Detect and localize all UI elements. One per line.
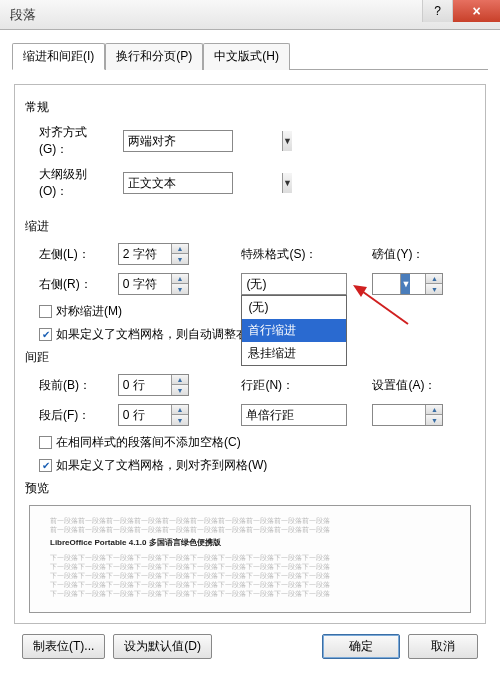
preview-filler: 下一段落下一段落下一段落下一段落下一段落下一段落下一段落下一段落下一段落下一段落	[50, 571, 450, 580]
indent-left-value[interactable]	[119, 244, 171, 264]
chevron-down-icon[interactable]: ▼	[400, 274, 410, 294]
outline-select[interactable]: ▼	[123, 172, 233, 194]
special-value[interactable]	[242, 274, 400, 294]
at-spinner[interactable]: ▲▼	[372, 404, 443, 426]
before-spinner[interactable]: ▲▼	[118, 374, 189, 396]
mirror-indent-checkbox[interactable]	[39, 305, 52, 318]
alignment-label: 对齐方式(G)：	[25, 124, 115, 158]
window-title: 段落	[10, 6, 36, 24]
after-spinner[interactable]: ▲▼	[118, 404, 189, 426]
dd-option-firstline[interactable]: 首行缩进	[242, 319, 346, 342]
indent-right-spinner[interactable]: ▲▼	[118, 273, 189, 295]
indent-left-label: 左侧(L)：	[25, 246, 110, 263]
tab-bar: 缩进和间距(I) 换行和分页(P) 中文版式(H)	[12, 42, 488, 70]
section-general-title: 常规	[25, 99, 475, 116]
tab-indent-spacing[interactable]: 缩进和间距(I)	[12, 43, 105, 70]
chevron-down-icon[interactable]: ▼	[282, 131, 292, 151]
spin-down-icon[interactable]: ▼	[172, 254, 188, 264]
no-same-space-checkbox[interactable]	[39, 436, 52, 449]
chevron-down-icon[interactable]: ▼	[282, 173, 292, 193]
after-value[interactable]	[119, 405, 171, 425]
dialog-buttons: 制表位(T)... 设为默认值(D) 确定 取消	[12, 630, 488, 663]
preview-filler: 前一段落前一段落前一段落前一段落前一段落前一段落前一段落前一段落前一段落前一段落	[50, 516, 450, 525]
special-select[interactable]: ▼	[241, 273, 347, 295]
preview-filler: 下一段落下一段落下一段落下一段落下一段落下一段落下一段落下一段落下一段落下一段落	[50, 553, 450, 562]
alignment-value[interactable]	[124, 131, 282, 151]
dd-option-hanging[interactable]: 悬挂缩进	[242, 342, 346, 365]
close-button[interactable]: ×	[452, 0, 500, 22]
by-label: 磅值(Y)：	[372, 246, 475, 263]
preview-filler: 下一段落下一段落下一段落下一段落下一段落下一段落下一段落下一段落下一段落下一段落	[50, 580, 450, 589]
preview-filler: 前一段落前一段落前一段落前一段落前一段落前一段落前一段落前一段落前一段落前一段落	[50, 525, 450, 534]
no-same-space-label: 在相同样式的段落间不添加空格(C)	[56, 434, 241, 451]
spin-down-icon[interactable]: ▼	[172, 415, 188, 425]
before-label: 段前(B)：	[25, 377, 110, 394]
indent-left-spinner[interactable]: ▲▼	[118, 243, 189, 265]
titlebar: 段落 ? ×	[0, 0, 500, 30]
preview-filler: 下一段落下一段落下一段落下一段落下一段落下一段落下一段落下一段落下一段落下一段落	[50, 589, 450, 598]
alignment-select[interactable]: ▼	[123, 130, 233, 152]
tab-chinese[interactable]: 中文版式(H)	[203, 43, 290, 70]
indent-grid-checkbox[interactable]: ✔	[39, 328, 52, 341]
after-label: 段后(F)：	[25, 407, 110, 424]
tab-line-page[interactable]: 换行和分页(P)	[105, 43, 203, 70]
spacing-grid-checkbox[interactable]: ✔	[39, 459, 52, 472]
mirror-indent-label: 对称缩进(M)	[56, 303, 122, 320]
outline-value[interactable]	[124, 173, 282, 193]
section-indent-title: 缩进	[25, 218, 475, 235]
spin-down-icon[interactable]: ▼	[426, 284, 442, 294]
preview-main-line: LibreOffice Portable 4.1.0 多国语言绿色便携版	[50, 538, 450, 548]
spin-up-icon[interactable]: ▲	[172, 244, 188, 254]
spacing-grid-label: 如果定义了文档网格，则对齐到网格(W)	[56, 457, 267, 474]
cancel-button[interactable]: 取消	[408, 634, 478, 659]
content-frame: 常规 对齐方式(G)： ▼ 大纲级别(O)： ▼ 缩进 左侧(L)： ▲▼ 特殊…	[14, 84, 486, 624]
help-button[interactable]: ?	[422, 0, 452, 22]
spin-up-icon[interactable]: ▲	[172, 375, 188, 385]
at-label: 设置值(A)：	[372, 377, 475, 394]
section-preview-title: 预览	[25, 480, 475, 497]
spin-down-icon[interactable]: ▼	[172, 284, 188, 294]
indent-right-label: 右侧(R)：	[25, 276, 110, 293]
dialog-body: 缩进和间距(I) 换行和分页(P) 中文版式(H) 常规 对齐方式(G)： ▼ …	[0, 30, 500, 673]
default-button[interactable]: 设为默认值(D)	[113, 634, 212, 659]
spin-up-icon[interactable]: ▲	[172, 274, 188, 284]
line-spacing-select[interactable]: ▼	[241, 404, 347, 426]
spin-up-icon[interactable]: ▲	[172, 405, 188, 415]
spin-up-icon[interactable]: ▲	[426, 274, 442, 284]
line-spacing-label: 行距(N)：	[241, 377, 364, 394]
spin-up-icon[interactable]: ▲	[426, 405, 442, 415]
preview-box: 前一段落前一段落前一段落前一段落前一段落前一段落前一段落前一段落前一段落前一段落…	[29, 505, 471, 613]
at-value[interactable]	[373, 405, 425, 425]
spin-down-icon[interactable]: ▼	[172, 385, 188, 395]
before-value[interactable]	[119, 375, 171, 395]
spin-down-icon[interactable]: ▼	[426, 415, 442, 425]
outline-label: 大纲级别(O)：	[25, 166, 115, 200]
titlebar-buttons: ? ×	[422, 0, 500, 22]
preview-filler: 下一段落下一段落下一段落下一段落下一段落下一段落下一段落下一段落下一段落下一段落	[50, 562, 450, 571]
special-label: 特殊格式(S)：	[241, 246, 364, 263]
indent-right-value[interactable]	[119, 274, 171, 294]
special-dropdown-list[interactable]: (无) 首行缩进 悬挂缩进	[241, 295, 347, 366]
ok-button[interactable]: 确定	[322, 634, 400, 659]
dd-option-none[interactable]: (无)	[242, 296, 346, 319]
tabs-button[interactable]: 制表位(T)...	[22, 634, 105, 659]
